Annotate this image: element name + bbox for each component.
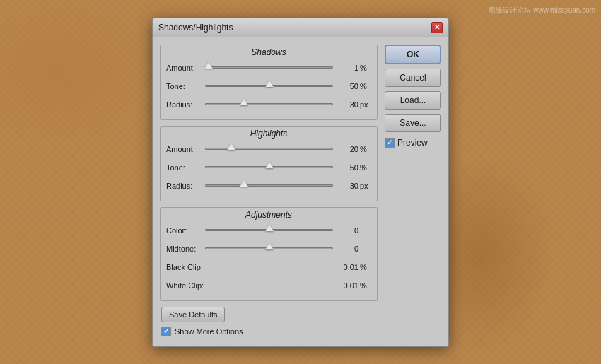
shadows-tone-unit: % [360, 82, 371, 90]
highlights-title: Highlights [161, 127, 377, 141]
highlights-tone-value[interactable]: 50 [336, 163, 358, 172]
highlights-section: Highlights Amount: 20 % Tone: [160, 126, 378, 201]
adjustments-color-track [205, 229, 333, 231]
shadows-tone-value[interactable]: 50 [336, 82, 358, 90]
highlights-tone-row: Tone: 50 % [166, 160, 371, 175]
shadows-tone-slider[interactable] [205, 81, 333, 92]
shadows-radius-thumb[interactable] [240, 98, 248, 105]
highlights-tone-unit: % [360, 163, 371, 172]
adjustments-midtone-row: Midtone: 0 [166, 241, 371, 257]
highlights-amount-track [205, 148, 333, 150]
adjustments-black-clip-unit: % [360, 263, 371, 271]
adjustments-black-clip-label: Black Clip: [166, 263, 216, 271]
highlights-tone-thumb[interactable] [265, 161, 274, 168]
watermark-text: 思缘设计论坛 www.missyuan.com [489, 6, 595, 16]
shadows-amount-thumb[interactable] [204, 61, 213, 69]
dialog-shadows-highlights: Shadows/Highlights ✕ Shadows Amount: [152, 18, 449, 347]
highlights-radius-unit: px [360, 182, 371, 190]
adjustments-color-label: Color: [166, 226, 205, 235]
show-more-options-checkbox[interactable] [161, 327, 171, 336]
highlights-content: Amount: 20 % Tone: [161, 141, 377, 201]
adjustments-black-clip-row: Black Clip: 0.01 % [166, 259, 371, 275]
highlights-radius-value[interactable]: 30 [336, 182, 358, 190]
adjustments-white-clip-value[interactable]: 0.01 [336, 281, 358, 290]
shadows-amount-unit: % [360, 64, 371, 72]
shadows-amount-row: Amount: 1 % [166, 60, 371, 76]
shadows-radius-slider[interactable] [205, 99, 333, 110]
highlights-tone-slider[interactable] [205, 162, 333, 173]
adjustments-black-clip-value[interactable]: 0.01 [336, 263, 358, 271]
adjustments-white-clip-label: White Clip: [166, 281, 216, 290]
highlights-amount-unit: % [360, 145, 371, 153]
shadows-amount-value[interactable]: 1 [336, 64, 358, 72]
shadows-radius-unit: px [360, 100, 371, 109]
adjustments-white-clip-row: White Clip: 0.01 % [166, 278, 371, 293]
close-button[interactable]: ✕ [431, 22, 443, 33]
shadows-radius-value[interactable]: 30 [336, 100, 358, 109]
adjustments-color-row: Color: 0 [166, 223, 371, 238]
highlights-radius-slider[interactable] [205, 180, 333, 192]
bottom-controls: Save Defaults Show More Options [160, 307, 378, 339]
preview-label: Preview [397, 138, 428, 148]
save-defaults-button[interactable]: Save Defaults [161, 307, 225, 322]
adjustments-color-value[interactable]: 0 [336, 226, 358, 235]
highlights-tone-label: Tone: [166, 163, 205, 172]
left-panel: Shadows Amount: 1 % Tone: [160, 45, 378, 339]
adjustments-midtone-value[interactable]: 0 [336, 245, 358, 253]
shadows-content: Amount: 1 % Tone: [161, 60, 377, 119]
adjustments-midtone-track [205, 247, 333, 249]
highlights-radius-thumb[interactable] [240, 180, 248, 187]
highlights-amount-slider[interactable] [205, 143, 333, 155]
adjustments-white-clip-unit: % [360, 281, 371, 290]
highlights-radius-track [205, 184, 333, 187]
adjustments-midtone-thumb[interactable] [265, 242, 274, 249]
highlights-amount-value[interactable]: 20 [336, 145, 358, 153]
shadows-section: Shadows Amount: 1 % Tone: [160, 45, 378, 120]
adjustments-color-slider[interactable] [205, 225, 333, 236]
right-panel: OK Cancel Load... Save... Preview [385, 45, 441, 339]
dialog-titlebar: Shadows/Highlights ✕ [153, 18, 448, 37]
shadows-amount-track [205, 66, 333, 69]
adjustments-midtone-slider[interactable] [205, 243, 333, 254]
load-button[interactable]: Load... [385, 91, 441, 110]
highlights-amount-label: Amount: [166, 145, 205, 153]
save-button[interactable]: Save... [385, 114, 441, 132]
shadows-tone-track [205, 85, 333, 87]
dialog-body: Shadows Amount: 1 % Tone: [153, 37, 448, 346]
cancel-button[interactable]: Cancel [385, 69, 441, 87]
shadows-tone-thumb[interactable] [265, 80, 274, 87]
shadows-tone-label: Tone: [166, 82, 205, 90]
preview-checkbox[interactable] [385, 138, 395, 148]
adjustments-midtone-label: Midtone: [166, 245, 205, 253]
highlights-radius-label: Radius: [166, 182, 205, 190]
adjustments-title: Adjustments [161, 208, 377, 223]
highlights-amount-thumb[interactable] [227, 143, 235, 150]
shadows-amount-slider[interactable] [205, 62, 333, 74]
adjustments-section: Adjustments Color: 0 Midtone: [160, 207, 378, 301]
show-more-options-label: Show More Options [175, 327, 243, 336]
shadows-radius-label: Radius: [166, 100, 205, 109]
adjustments-color-thumb[interactable] [265, 224, 274, 231]
ok-button[interactable]: OK [385, 45, 441, 64]
shadows-title: Shadows [161, 45, 377, 60]
highlights-tone-track [205, 166, 333, 168]
shadows-radius-track [205, 103, 333, 105]
dialog-title: Shadows/Highlights [158, 23, 233, 33]
shadows-radius-row: Radius: 30 px [166, 97, 371, 112]
show-more-options-row: Show More Options [161, 327, 376, 336]
highlights-radius-row: Radius: 30 px [166, 178, 371, 194]
adjustments-content: Color: 0 Midtone: [161, 223, 377, 300]
highlights-amount-row: Amount: 20 % [166, 141, 371, 157]
shadows-amount-label: Amount: [166, 64, 205, 72]
preview-row: Preview [385, 136, 441, 149]
shadows-tone-row: Tone: 50 % [166, 78, 371, 94]
